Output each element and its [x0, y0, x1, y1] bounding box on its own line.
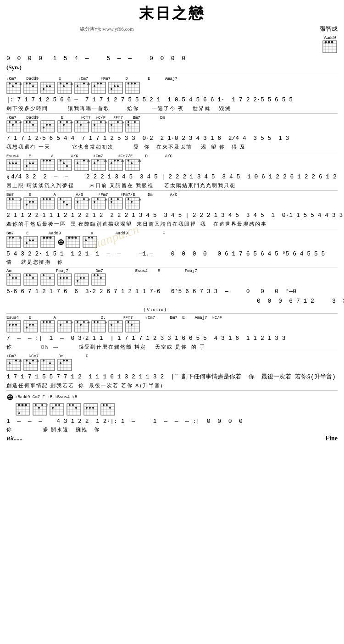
svg-point-412 [43, 274, 44, 276]
svg-point-552 [49, 362, 51, 364]
chord-r3-8: 2fr. [125, 159, 141, 172]
svg-point-262 [9, 198, 11, 200]
svg-text:2fr.: 2fr. [87, 160, 90, 162]
chord-r6-6 [91, 273, 107, 286]
svg-point-212 [63, 162, 65, 164]
svg-text:2fr.: 2fr. [19, 198, 22, 201]
svg-point-572 [25, 404, 27, 406]
svg-point-353 [32, 239, 34, 241]
row9-chords: 2fr. [16, 403, 338, 416]
svg-point-101 [12, 124, 14, 126]
svg-point-161 [111, 124, 112, 126]
chord-r4-4 [57, 197, 73, 210]
row3-lyrics: 因上眼 睛淡淡沉入到夢裡 末日前 又請留在 我眼裡 若太陽結束門光光明我只想 [6, 182, 338, 189]
chord-r9-3 [50, 403, 65, 416]
row6-violin-label: (Violin) [6, 306, 338, 312]
chord-r4-5: 2fr. [74, 197, 90, 210]
svg-point-423 [66, 277, 68, 279]
row5-chords: 2fr. ⊕ [6, 236, 338, 249]
chord-bcm7-1: 4fr. [6, 82, 22, 94]
svg-text:2fr.: 2fr. [104, 160, 107, 162]
svg-point-462 [32, 324, 34, 326]
row6-notes: 5·6 6 7 1 2 1 7 6 6 3·2 2 6 7 1 2 1 1 7·… [6, 287, 338, 306]
row2-chords: 4fr. 4fr. 4fr. 2fr. 2fr. [6, 120, 338, 133]
svg-text:4fr.: 4fr. [19, 121, 22, 124]
chord-r5-1: 2fr. [6, 236, 22, 249]
chord-r3-2 [23, 159, 39, 172]
chord-r2-3 [40, 120, 56, 133]
svg-point-322 [111, 198, 112, 200]
svg-text:4fr.: 4fr. [19, 83, 22, 85]
svg-point-79 [114, 85, 116, 87]
row8-lyrics: 創造任何事情記 劃我若若 你 最後一次若 若你 ✕(升半音) [6, 382, 338, 389]
svg-point-374 [75, 236, 77, 239]
svg-point-9 [331, 41, 333, 44]
row7-notes: 7 — — :| 1 — 0 3·2 1 1 | 1 7 1 7 1 2 3 3… [6, 334, 338, 344]
svg-text:2fr.: 2fr. [87, 83, 90, 85]
chord-r6-3 [40, 273, 56, 286]
svg-point-90 [131, 83, 133, 84]
svg-point-392 [9, 274, 11, 276]
svg-point-623 [106, 404, 108, 406]
svg-point-312 [94, 201, 95, 203]
divider-4 [6, 190, 338, 191]
svg-point-512 [111, 324, 112, 326]
svg-point-152 [100, 121, 102, 123]
svg-point-592 [52, 407, 54, 409]
svg-point-354 [26, 242, 28, 244]
svg-rect-52 [75, 82, 89, 94]
svg-point-422 [63, 277, 65, 279]
svg-point-352 [29, 239, 31, 241]
svg-rect-585 [50, 404, 64, 415]
svg-text:2fr.: 2fr. [87, 198, 90, 201]
svg-rect-224 [92, 159, 105, 171]
svg-point-560 [60, 362, 61, 364]
svg-point-333 [131, 201, 133, 203]
chord-amaj7 [125, 82, 141, 94]
svg-point-172 [134, 121, 136, 123]
chord-sfm7-1: 2fr. [74, 82, 90, 94]
svg-point-363 [46, 236, 49, 239]
svg-point-403 [29, 274, 31, 276]
svg-point-182 [12, 162, 14, 164]
row9-notes: 1 — — — 4 3 1 2 2 1 2·|: 1 — 1 — — — :| … [6, 417, 338, 427]
svg-point-562 [66, 360, 68, 361]
svg-point-282 [43, 198, 44, 200]
svg-text:2fr.: 2fr. [104, 321, 107, 324]
svg-point-81 [111, 88, 112, 90]
svg-point-451 [9, 324, 11, 326]
svg-point-383 [88, 237, 90, 239]
svg-point-433 [77, 280, 78, 282]
svg-text:2fr.: 2fr. [104, 198, 107, 201]
svg-text:2fr.: 2fr. [138, 198, 141, 201]
page: 末日之戀 緣分吉他: www.yf66.com 張智成 Aadd9 0 0 0 [0, 0, 344, 446]
svg-point-384 [91, 237, 93, 239]
svg-point-283 [46, 198, 48, 200]
svg-point-570 [18, 404, 21, 406]
chord-r8-1: 2fr. [6, 359, 22, 372]
svg-point-452 [12, 324, 14, 326]
svg-point-183 [15, 162, 17, 164]
chord-e-2 [108, 82, 124, 94]
chord-r2-5: 4fr. [74, 120, 90, 133]
svg-point-203 [49, 160, 51, 161]
svg-point-69 [97, 83, 99, 84]
svg-point-561 [63, 360, 65, 361]
chord-r6-2 [23, 273, 39, 286]
rit-label: Rit...... [6, 435, 22, 442]
row3-meter: § 4/4 3 2 2 — — 2 2 2 1 3 4 5 3 4 5 | 2 … [6, 172, 338, 182]
row3-chords: 2fr. 2fr. 2fr. 2fr. [6, 159, 338, 172]
aadd9-label: Aadd9 [324, 35, 336, 40]
chord-r7-1 [6, 320, 22, 333]
svg-point-30 [32, 85, 34, 87]
svg-point-18 [15, 83, 17, 84]
svg-point-364 [50, 236, 52, 239]
row9-coda-label: ⊕ ♭Badd9 Cm7 F ♭B ♭Bsus4 ♭B [6, 392, 338, 402]
svg-point-50 [63, 85, 65, 87]
svg-point-112 [32, 124, 34, 126]
row3-chord-names: Esus4 E A A/G ♯Fm7 ♯Fm7/E D A/C [6, 154, 338, 159]
svg-rect-345 [24, 236, 38, 248]
chord-r8-4 [57, 359, 73, 372]
svg-point-413 [49, 277, 51, 279]
chord-dadd9 [23, 82, 39, 94]
